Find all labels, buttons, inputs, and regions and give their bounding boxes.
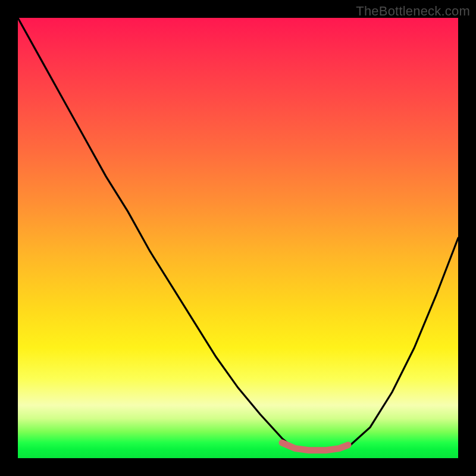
chart-plot-area bbox=[18, 18, 458, 458]
bottleneck-curve-path bbox=[18, 18, 458, 452]
watermark-text: TheBottleneck.com bbox=[356, 4, 470, 19]
optimal-band-path bbox=[282, 443, 348, 450]
chart-svg bbox=[18, 18, 458, 458]
